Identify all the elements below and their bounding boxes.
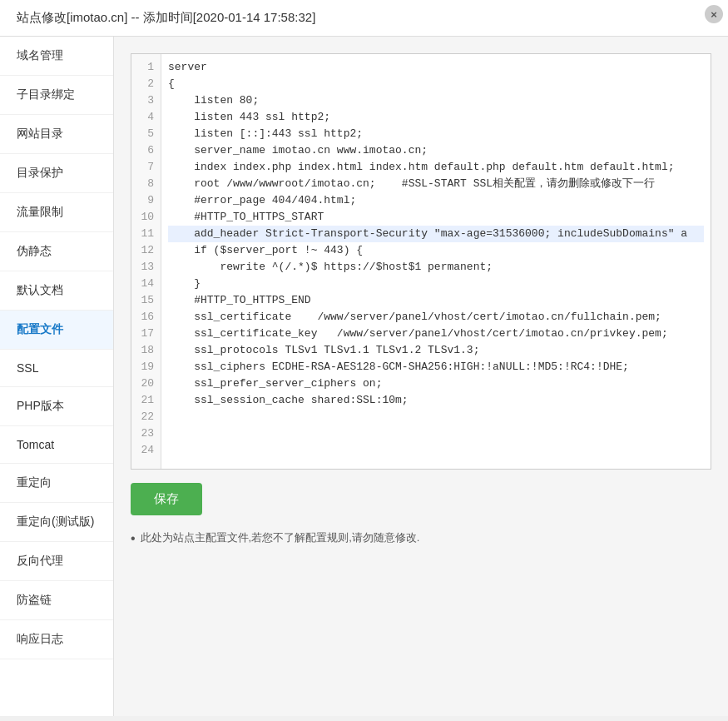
code-line-14: if ($server_port !~ 443) {	[168, 242, 704, 259]
sidebar-item-4[interactable]: 流量限制	[0, 193, 113, 232]
sidebar-item-1[interactable]: 子目录绑定	[0, 76, 113, 115]
line-numbers: 123456789101112131415161718192021222324	[131, 54, 161, 469]
line-number-21: 21	[131, 392, 161, 409]
code-line-21: ssl_protocols TLSv1 TLSv1.1 TLSv1.2 TLSv…	[168, 342, 704, 359]
code-line-6: server_name imotao.cn www.imotao.cn;	[168, 142, 704, 159]
line-number-4: 4	[131, 109, 161, 126]
sidebar-item-10[interactable]: Tomcat	[0, 426, 113, 464]
code-line-7: index index.php index.html index.htm def…	[168, 159, 704, 176]
line-number-7: 7	[131, 159, 161, 176]
title-bar: 站点修改[imotao.cn] -- 添加时间[2020-01-14 17:58…	[0, 0, 728, 37]
sidebar-item-15[interactable]: 响应日志	[0, 620, 113, 659]
code-line-2: {	[168, 76, 704, 92]
code-line-4: listen 443 ssl http2;	[168, 109, 704, 126]
sidebar-item-0[interactable]: 域名管理	[0, 37, 113, 76]
code-line-3: listen 80;	[168, 92, 704, 109]
line-number-5: 5	[131, 126, 161, 142]
line-number-19: 19	[131, 359, 161, 375]
sidebar-item-9[interactable]: PHP版本	[0, 387, 113, 426]
close-button[interactable]: ×	[705, 5, 723, 23]
line-number-3: 3	[131, 92, 161, 109]
line-number-14: 14	[131, 276, 161, 292]
note-bullet: •	[131, 530, 136, 548]
note-text: 此处为站点主配置文件,若您不了解配置规则,请勿随意修改.	[141, 530, 420, 545]
code-line-19: ssl_certificate /www/server/panel/vhost/…	[168, 309, 704, 326]
line-number-13: 13	[131, 259, 161, 276]
code-line-8: root /www/wwwroot/imotao.cn; #SSL-START …	[168, 176, 704, 192]
code-line-10: #HTTP_TO_HTTPS_START	[168, 209, 704, 226]
line-number-18: 18	[131, 342, 161, 359]
code-line-1: server	[168, 59, 704, 76]
note-area: • 此处为站点主配置文件,若您不了解配置规则,请勿随意修改.	[131, 530, 711, 548]
line-number-23: 23	[131, 425, 161, 442]
code-line-18: #HTTP_TO_HTTPS_END	[168, 292, 704, 309]
code-content[interactable]: server{ listen 80; listen 443 ssl http2;…	[161, 54, 711, 469]
code-line-9: #error_page 404/404.html;	[168, 192, 704, 209]
sidebar-item-2[interactable]: 网站目录	[0, 115, 113, 154]
code-line-22: ssl_ciphers ECDHE-RSA-AES128-GCM-SHA256:…	[168, 359, 704, 375]
line-number-12: 12	[131, 242, 161, 259]
title-text: 站点修改[imotao.cn] -- 添加时间[2020-01-14 17:58…	[17, 10, 315, 24]
line-number-24: 24	[131, 442, 161, 459]
line-number-1: 1	[131, 59, 161, 76]
line-number-17: 17	[131, 326, 161, 342]
line-number-8: 8	[131, 176, 161, 192]
line-number-15: 15	[131, 292, 161, 309]
sidebar-item-14[interactable]: 防盗链	[0, 581, 113, 620]
sidebar-item-7[interactable]: 配置文件	[0, 311, 113, 350]
code-editor[interactable]: 123456789101112131415161718192021222324 …	[131, 53, 711, 470]
code-line-15: rewrite ^(/.*)$ https://$host$1 permanen…	[168, 259, 704, 276]
line-number-10: 10	[131, 209, 161, 226]
sidebar-item-12[interactable]: 重定向(测试版)	[0, 503, 113, 542]
line-number-22: 22	[131, 409, 161, 425]
sidebar-item-6[interactable]: 默认文档	[0, 271, 113, 311]
line-number-20: 20	[131, 375, 161, 392]
code-line-20: ssl_certificate_key /www/server/panel/vh…	[168, 326, 704, 342]
sidebar-item-3[interactable]: 目录保护	[0, 154, 113, 193]
code-line-11: add_header Strict-Transport-Security "ma…	[168, 226, 704, 242]
code-line-24: ssl_session_cache shared:SSL:10m;	[168, 392, 704, 409]
sidebar-item-13[interactable]: 反向代理	[0, 542, 113, 581]
line-number-11: 11	[131, 226, 161, 242]
sidebar: 域名管理子目录绑定网站目录目录保护流量限制伪静态默认文档配置文件SSLPHP版本…	[0, 37, 114, 716]
code-line-23: ssl_prefer_server_ciphers on;	[168, 375, 704, 392]
line-number-16: 16	[131, 309, 161, 326]
code-line-5: listen [::]:443 ssl http2;	[168, 126, 704, 142]
sidebar-item-8[interactable]: SSL	[0, 350, 113, 387]
sidebar-item-5[interactable]: 伪静态	[0, 232, 113, 271]
line-number-9: 9	[131, 192, 161, 209]
content-area: 123456789101112131415161718192021222324 …	[114, 37, 728, 716]
code-line-17: }	[168, 276, 704, 292]
line-number-2: 2	[131, 76, 161, 92]
save-button[interactable]: 保存	[131, 483, 202, 515]
sidebar-item-11[interactable]: 重定向	[0, 464, 113, 503]
line-number-6: 6	[131, 142, 161, 159]
